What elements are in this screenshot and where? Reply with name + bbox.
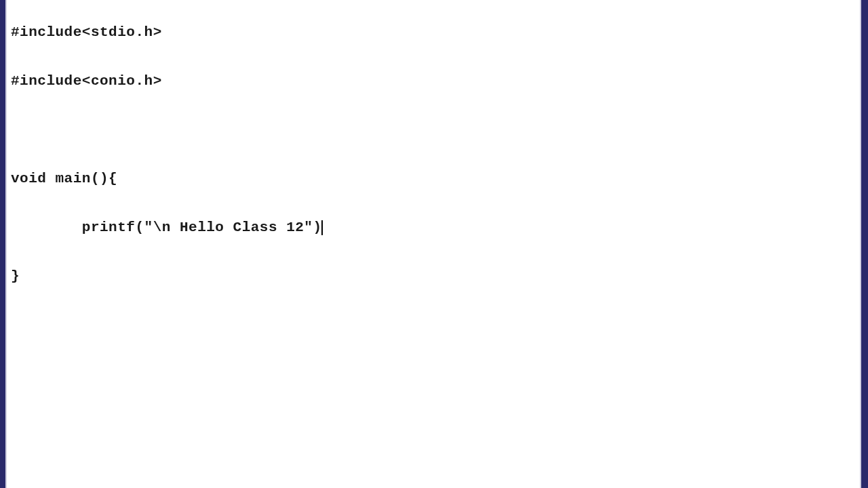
text-cursor bbox=[321, 220, 323, 235]
code-editor[interactable]: #include<stdio.h> #include<conio.h> void… bbox=[7, 0, 860, 317]
code-line bbox=[11, 122, 856, 138]
code-line: } bbox=[11, 268, 856, 285]
editor-window: #include<stdio.h> #include<conio.h> void… bbox=[5, 0, 861, 488]
code-line: #include<conio.h> bbox=[11, 73, 856, 89]
code-line: printf("\n Hello Class 12") bbox=[11, 220, 856, 236]
code-line: #include<stdio.h> bbox=[11, 24, 856, 41]
code-line: void main(){ bbox=[11, 171, 856, 187]
